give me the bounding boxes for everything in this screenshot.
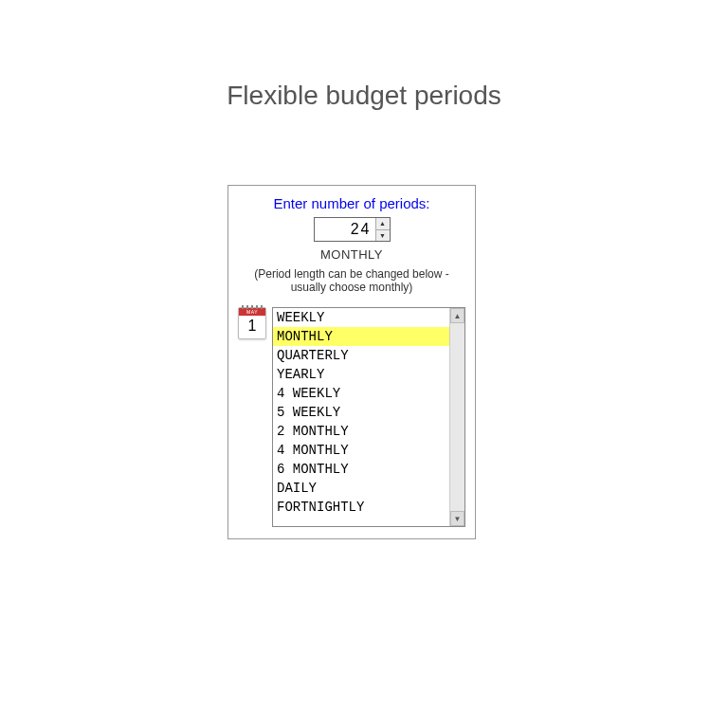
spinner-down-button[interactable]: ▼ xyxy=(376,229,390,242)
scrollbar[interactable]: ▲ ▼ xyxy=(449,308,464,526)
periods-value[interactable]: 24 xyxy=(315,218,375,241)
list-item[interactable]: MONTHLY xyxy=(273,327,449,346)
scroll-down-button[interactable]: ▼ xyxy=(450,511,464,526)
list-item[interactable]: 4 WEEKLY xyxy=(273,384,449,403)
list-item[interactable]: YEARLY xyxy=(273,365,449,384)
list-item[interactable]: 6 MONTHLY xyxy=(273,460,449,479)
spinner-up-button[interactable]: ▲ xyxy=(376,218,390,229)
selected-period-label: MONTHLY xyxy=(228,247,475,262)
spinner-buttons: ▲ ▼ xyxy=(375,218,390,241)
list-item[interactable]: FORTNIGHTLY xyxy=(273,498,449,517)
calendar-day: 1 xyxy=(239,316,265,335)
scroll-up-button[interactable]: ▲ xyxy=(450,308,464,323)
list-item[interactable]: QUARTERLY xyxy=(273,346,449,365)
list-item[interactable]: 5 WEEKLY xyxy=(273,403,449,422)
periods-panel: Enter number of periods: 24 ▲ ▼ MONTHLY … xyxy=(228,185,476,539)
scroll-track[interactable] xyxy=(450,323,464,511)
period-hint: (Period length can be changed below - us… xyxy=(228,267,475,294)
calendar-month: MAY xyxy=(239,308,265,316)
list-item[interactable]: WEEKLY xyxy=(273,308,449,327)
list-item[interactable]: DAILY xyxy=(273,479,449,498)
list-item[interactable]: 4 MONTHLY xyxy=(273,441,449,460)
periods-prompt: Enter number of periods: xyxy=(228,195,475,211)
period-listbox[interactable]: WEEKLYMONTHLYQUARTERLYYEARLY4 WEEKLY5 WE… xyxy=(272,307,465,527)
list-item[interactable]: 2 MONTHLY xyxy=(273,422,449,441)
page-title: Flexible budget periods xyxy=(0,81,728,111)
calendar-icon: MAY 1 xyxy=(238,307,266,339)
periods-spinner[interactable]: 24 ▲ ▼ xyxy=(314,217,391,242)
